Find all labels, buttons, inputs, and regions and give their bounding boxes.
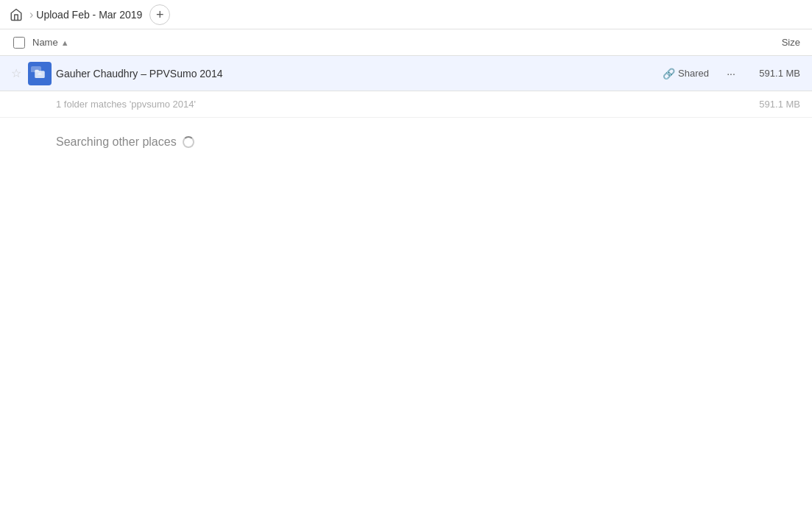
summary-text: 1 folder matches 'ppvsumo 2014': [6, 99, 747, 110]
shared-label: 🔗 Shared: [663, 68, 709, 80]
searching-text: Searching other places: [56, 135, 177, 149]
more-icon: ···: [727, 68, 735, 80]
loading-spinner: [183, 136, 194, 148]
breadcrumb-title: Upload Feb - Mar 2019: [36, 9, 142, 21]
star-icon[interactable]: ☆: [6, 66, 27, 80]
name-column-header[interactable]: Name ▲: [32, 37, 732, 48]
folder-icon: [27, 62, 53, 85]
file-size: 591.1 MB: [747, 68, 806, 79]
add-button[interactable]: +: [149, 4, 170, 25]
summary-row: 1 folder matches 'ppvsumo 2014' 591.1 MB: [0, 91, 812, 118]
link-icon: 🔗: [663, 68, 675, 80]
searching-section: Searching other places: [0, 118, 812, 166]
size-column-header: Size: [732, 37, 806, 48]
more-options-button[interactable]: ···: [721, 63, 741, 84]
select-all-checkbox[interactable]: [13, 37, 25, 49]
summary-size: 591.1 MB: [747, 99, 806, 110]
file-name: Gauher Chaudhry – PPVSumo 2014: [56, 68, 663, 80]
home-button[interactable]: [6, 4, 27, 25]
topbar: › Upload Feb - Mar 2019 +: [0, 0, 812, 29]
breadcrumb-separator: ›: [29, 8, 33, 21]
file-row[interactable]: ☆ Gauher Chaudhry – PPVSumo 2014 🔗 Share…: [0, 56, 812, 91]
column-headers: Name ▲ Size: [0, 29, 812, 56]
select-all-checkbox-wrap[interactable]: [6, 37, 32, 49]
sort-arrow-icon: ▲: [61, 38, 69, 47]
